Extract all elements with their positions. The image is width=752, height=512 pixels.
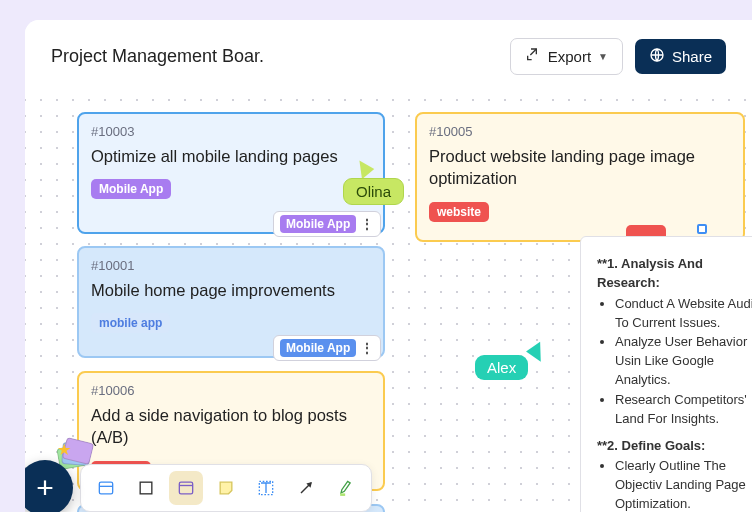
list-item: Analyze User Behavior Usin Like Google A… <box>615 333 752 390</box>
export-icon <box>525 47 541 66</box>
card-id: #10003 <box>91 124 371 139</box>
list-item: Research Competitors' Land For Insights. <box>615 391 752 429</box>
card-id: #10006 <box>91 383 371 398</box>
svg-rect-4 <box>179 482 192 494</box>
chip-label: Mobile App <box>280 339 356 357</box>
resize-handle[interactable] <box>697 224 707 234</box>
presence-alex: Alex <box>475 355 528 380</box>
presence-label: Olina <box>356 183 391 200</box>
svg-rect-3 <box>140 482 152 494</box>
tool-toolbar <box>80 464 372 512</box>
board-canvas[interactable]: Project Management Boar. Export ▼ Share … <box>25 20 752 512</box>
star-badge-icon: ★ <box>57 440 71 459</box>
export-button[interactable]: Export ▼ <box>510 38 623 75</box>
page-title: Project Management Boar. <box>51 46 264 67</box>
notes-section-title: **2. Define Goals: <box>597 437 752 456</box>
presence-label: Alex <box>487 359 516 376</box>
tool-card[interactable] <box>89 471 123 505</box>
tag-mobile-app: Mobile App <box>91 179 171 199</box>
notes-list-2: Clearly Outline The Objectiv Landing Pag… <box>597 457 752 512</box>
cursor-alex-icon <box>526 338 550 361</box>
tool-highlighter[interactable] <box>329 471 363 505</box>
export-label: Export <box>548 48 591 65</box>
card-chip[interactable]: Mobile App ⋮ <box>273 335 381 361</box>
card-headline: Add a side navigation to blog posts (A/B… <box>91 404 371 449</box>
more-icon[interactable]: ⋮ <box>360 219 374 229</box>
card-chip[interactable]: Mobile App ⋮ <box>273 211 381 237</box>
presence-olina: Olina <box>343 178 404 205</box>
plus-icon: + <box>36 471 54 505</box>
tag-website: website <box>429 202 489 222</box>
notes-section-title: **1. Analysis And Research: <box>597 255 752 293</box>
tool-rectangle[interactable] <box>129 471 163 505</box>
more-icon[interactable]: ⋮ <box>360 343 374 353</box>
notes-panel[interactable]: **1. Analysis And Research: Conduct A We… <box>580 236 752 512</box>
card-headline: Product website landing page image optim… <box>429 145 731 190</box>
tool-stamp[interactable] <box>169 471 203 505</box>
card-id: #10001 <box>91 258 371 273</box>
card-headline: Optimize all mobile landing pages <box>91 145 371 167</box>
chip-label: Mobile App <box>280 215 356 233</box>
svg-rect-1 <box>99 482 112 494</box>
card-id: #10005 <box>429 124 731 139</box>
share-label: Share <box>672 48 712 65</box>
globe-icon <box>649 47 665 66</box>
tool-connector[interactable] <box>289 471 323 505</box>
share-button[interactable]: Share <box>635 39 726 74</box>
tool-sticky[interactable] <box>209 471 243 505</box>
chevron-down-icon: ▼ <box>598 51 608 62</box>
tool-text[interactable] <box>249 471 283 505</box>
list-item: Clearly Outline The Objectiv Landing Pag… <box>615 457 752 512</box>
header-bar: Project Management Boar. Export ▼ Share <box>25 20 752 85</box>
tag-mobile-app: mobile app <box>91 313 170 333</box>
notes-list-1: Conduct A Website Audit To Current Issue… <box>597 295 752 429</box>
list-item: Conduct A Website Audit To Current Issue… <box>615 295 752 333</box>
card-10005[interactable]: #10005 Product website landing page imag… <box>415 112 745 242</box>
card-headline: Mobile home page improvements <box>91 279 371 301</box>
